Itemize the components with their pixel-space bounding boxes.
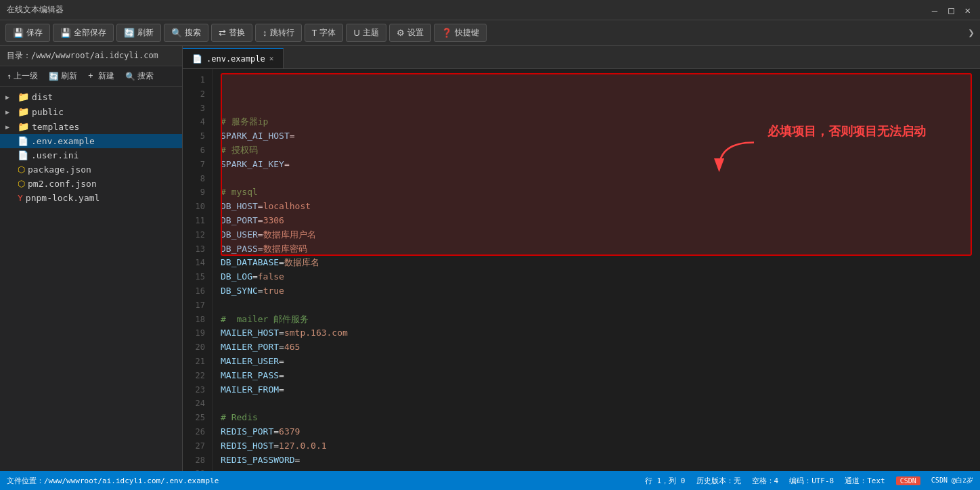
code-line: DB_LOG=false — [221, 270, 972, 284]
tab-env-example[interactable]: 📄 .env.example ✕ — [183, 48, 284, 68]
tab-label: .env.example — [206, 54, 265, 64]
directory-header: 目录：/www/wwwroot/ai.idcyli.com — [0, 46, 182, 66]
spaces-setting: 空格：4 — [752, 476, 779, 486]
hotkey-icon: ❓ — [441, 28, 452, 38]
file-icon: ⬡ — [18, 179, 25, 189]
tree-item-public[interactable]: ▶ 📁 public — [0, 104, 182, 119]
tab-close-button[interactable]: ✕ — [269, 54, 274, 63]
file-label: pm2.conf.json — [28, 179, 97, 189]
save-button[interactable]: 💾 保存 — [5, 24, 50, 42]
chevron-right-icon: ▶ — [5, 123, 15, 131]
file-label: .env.example — [31, 136, 95, 146]
tree-item-pm2-json[interactable]: ⬡ pm2.conf.json — [0, 177, 182, 191]
toolbar: 💾 保存 💾 全部保存 🔄 刷新 🔍 搜索 ⇄ 替换 ↕ 跳转行 T 字体 U … — [0, 20, 980, 46]
tree-item-package-json[interactable]: ⬡ package.json — [0, 162, 182, 177]
hotkey-button[interactable]: ❓ 快捷键 — [434, 24, 487, 42]
file-icon: 📄 — [18, 150, 28, 160]
code-line: DB_SYNC=true — [221, 284, 972, 298]
file-icon: Y — [18, 193, 23, 203]
tree-item-dist[interactable]: ▶ 📁 dist — [0, 89, 182, 104]
tree-item-env-example[interactable]: 📄 .env.example — [0, 134, 182, 148]
code-line: # 授权码 — [221, 143, 972, 158]
code-line: DB_PORT=3306 — [221, 214, 972, 228]
file-icon: 📄 — [18, 136, 28, 146]
folder-label: templates — [32, 122, 79, 132]
watermark-right: CSDN @白z岁 — [931, 476, 973, 485]
window-controls: — □ ✕ — [929, 5, 973, 16]
sidebar-search-button[interactable]: 🔍 搜索 — [122, 69, 156, 83]
csdn-badge: CSDN — [896, 476, 920, 485]
code-line: MAILER_PASS= — [221, 369, 972, 383]
editor-content[interactable]: 1234567891011121314151617181920212223242… — [183, 69, 980, 471]
cursor-position: 行 1，列 0 — [645, 476, 686, 486]
platform-label: 通道：Text — [845, 476, 885, 486]
app-title: 在线文本编辑器 — [7, 4, 64, 16]
tree-item-templates[interactable]: ▶ 📁 templates — [0, 119, 182, 134]
code-line — [221, 467, 972, 471]
replace-icon: ⇄ — [219, 28, 226, 38]
code-line: # 服务器ip — [221, 115, 972, 129]
replace-button[interactable]: ⇄ 替换 — [211, 24, 252, 42]
save-all-button[interactable]: 💾 全部保存 — [53, 24, 114, 42]
code-line: # Redis — [221, 411, 972, 425]
sidebar-refresh-icon: 🔄 — [49, 72, 59, 81]
save-icon: 💾 — [13, 28, 24, 38]
tree-item-user-ini[interactable]: 📄 .user.ini — [0, 148, 182, 162]
save-all-icon: 💾 — [60, 28, 71, 38]
code-line: MAILER_FROM= — [221, 383, 972, 397]
search-icon: 🔍 — [171, 28, 182, 38]
folder-icon: 📁 — [18, 121, 29, 132]
close-button[interactable]: ✕ — [962, 5, 973, 16]
code-line — [221, 397, 972, 411]
file-label: pnpm-lock.yaml — [26, 193, 100, 203]
new-file-button[interactable]: + 新建 — [85, 69, 116, 83]
font-button[interactable]: T 字体 — [305, 24, 344, 42]
tab-bar: 📄 .env.example ✕ — [183, 46, 980, 69]
encoding-label: 编码：UTF-8 — [789, 476, 834, 486]
settings-button[interactable]: ⚙ 设置 — [389, 24, 431, 42]
code-line: # mysql — [221, 185, 972, 200]
history-version: 历史版本：无 — [696, 476, 741, 486]
code-line: MAILER_USER= — [221, 355, 972, 369]
tab-file-icon: 📄 — [192, 54, 202, 64]
code-line: SPARK_AI_HOST= — [221, 129, 972, 143]
folder-icon: 📁 — [18, 106, 29, 117]
up-level-button[interactable]: ↑ 上一级 — [4, 69, 41, 83]
jump-button[interactable]: ↕ 跳转行 — [255, 24, 302, 42]
search-button[interactable]: 🔍 搜索 — [164, 24, 208, 42]
maximize-button[interactable]: □ — [945, 5, 956, 16]
code-line: # mailer 邮件服务 — [221, 313, 972, 327]
file-icon: ⬡ — [18, 164, 25, 175]
sidebar-refresh-button[interactable]: 🔄 刷新 — [46, 69, 80, 83]
settings-icon: ⚙ — [397, 28, 405, 38]
code-line: REDIS_HOST=127.0.0.1 — [221, 439, 972, 453]
code-line: REDIS_PORT=6379 — [221, 425, 972, 439]
main-layout: 目录：/www/wwwroot/ai.idcyli.com ↑ 上一级 🔄 刷新… — [0, 46, 980, 471]
theme-button[interactable]: U 主题 — [346, 24, 386, 42]
minimize-button[interactable]: — — [929, 5, 940, 16]
toolbar-more-button[interactable]: ❯ — [968, 26, 975, 39]
file-location: 文件位置：/www/wwwroot/ai.idcyli.com/.env.exa… — [7, 476, 219, 486]
code-line: DB_USER=数据库用户名 — [221, 228, 972, 242]
title-bar: 在线文本编辑器 — □ ✕ — [0, 0, 980, 20]
code-line: REDIS_PASSWORD= — [221, 453, 972, 468]
chevron-right-icon: ▶ — [5, 93, 15, 101]
chevron-right-icon: ▶ — [5, 108, 15, 116]
font-icon: T — [312, 28, 317, 38]
sidebar-toolbar: ↑ 上一级 🔄 刷新 + 新建 🔍 搜索 — [0, 66, 182, 87]
status-right: 行 1，列 0 历史版本：无 空格：4 编码：UTF-8 通道：Text CSD… — [645, 476, 973, 486]
code-line: MAILER_HOST=smtp.163.com — [221, 326, 972, 340]
up-icon: ↑ — [7, 72, 12, 81]
folder-label: public — [32, 107, 64, 117]
code-line: DB_PASS=数据库密码 — [221, 242, 972, 257]
refresh-button[interactable]: 🔄 刷新 — [116, 24, 161, 42]
line-numbers: 1234567891011121314151617181920212223242… — [183, 69, 213, 471]
status-left: 文件位置：/www/wwwroot/ai.idcyli.com/.env.exa… — [7, 476, 219, 486]
editor-area: 📄 .env.example ✕ 12345678910111213141516… — [183, 46, 980, 471]
code-line: DB_DATABASE=数据库名 — [221, 256, 972, 270]
sidebar-search-icon: 🔍 — [125, 72, 135, 81]
tree-item-pnpm-yaml[interactable]: Y pnpm-lock.yaml — [0, 191, 182, 205]
file-label: package.json — [28, 164, 91, 175]
status-bar: 文件位置：/www/wwwroot/ai.idcyli.com/.env.exa… — [0, 471, 980, 490]
code-editor[interactable]: # 服务器ipSPARK_AI_HOST=# 授权码SPARK_AI_KEY= … — [213, 69, 980, 471]
